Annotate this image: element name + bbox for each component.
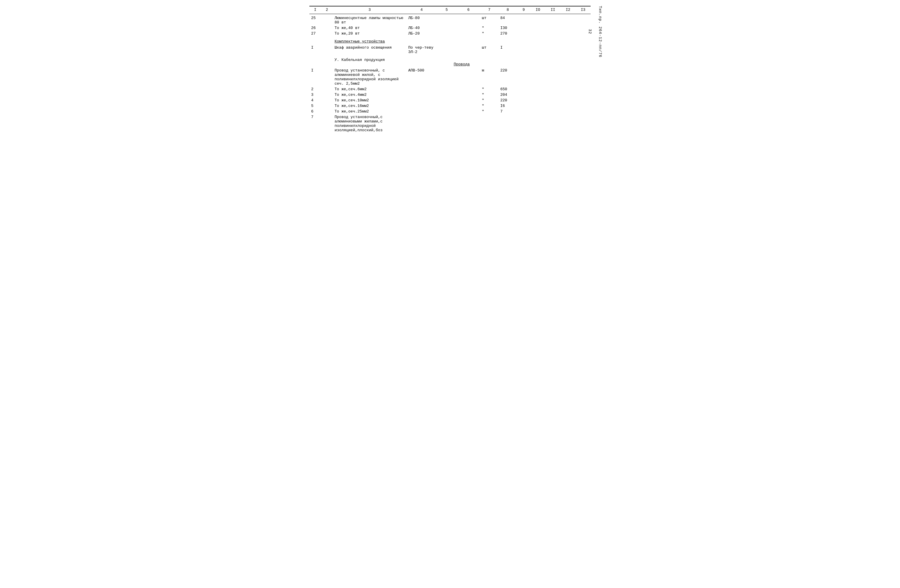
row-col11 xyxy=(546,92,560,98)
row-col12 xyxy=(560,87,576,92)
row-col10 xyxy=(530,25,545,31)
row-col9 xyxy=(517,114,531,133)
row-col5 xyxy=(436,103,457,109)
row-col6 xyxy=(457,14,480,25)
row-col6 xyxy=(457,45,480,55)
table-row: I Провод установочный, с алюминиевой жил… xyxy=(309,68,591,87)
row-col2 xyxy=(321,45,333,55)
row-col12 xyxy=(560,98,576,103)
row-col2 xyxy=(321,14,333,25)
table-row: 3 То же,сеч.4мм2 " 204 xyxy=(309,92,591,98)
row-col12 xyxy=(560,114,576,133)
row-desc: То же,сеч.4мм2 xyxy=(333,92,407,98)
row-col6 xyxy=(457,98,480,103)
header-col1: I xyxy=(309,6,321,14)
row-desc: То же,40 вт xyxy=(333,25,407,31)
row-desc: Провод установочный, с алюминиевой жилой… xyxy=(333,68,407,87)
row-desc: То же,оеч.25мм2 xyxy=(333,109,407,114)
row-num: 5 xyxy=(309,103,321,109)
row-qty xyxy=(499,114,517,133)
row-col2 xyxy=(321,103,333,109)
row-col11 xyxy=(546,68,560,87)
row-unit: " xyxy=(480,31,499,36)
row-qty: 650 xyxy=(499,87,517,92)
row-col13 xyxy=(576,98,591,103)
table-row: I Шкаф аварийного освещения По чер-теву … xyxy=(309,45,591,55)
row-col10 xyxy=(530,87,545,92)
table-row: 5 То же,сеч.16мм2 " I6 xyxy=(309,103,591,109)
row-col11 xyxy=(546,45,560,55)
row-col9 xyxy=(517,25,531,31)
row-qty: 270 xyxy=(499,31,517,36)
row-col6 xyxy=(457,25,480,31)
section-header-row: Комплектные устройства xyxy=(309,36,591,45)
table-row: 2 То же,сеч.6мм2 " 650 xyxy=(309,87,591,92)
row-col9 xyxy=(517,87,531,92)
table-row: 6 То же,оеч.25мм2 " 7 xyxy=(309,109,591,114)
row-col5 xyxy=(436,109,457,114)
row-unit: " xyxy=(480,25,499,31)
page-container: Тип.пр. 264-12-пп/76 32 I 2 3 4 5 xyxy=(309,6,591,133)
row-col5 xyxy=(436,14,457,25)
row-col6 xyxy=(457,103,480,109)
row-desc: То же,сеч.6мм2 xyxy=(333,87,407,92)
row-col5 xyxy=(436,68,457,87)
section-col2b xyxy=(321,55,333,68)
row-num: 7 xyxy=(309,114,321,133)
row-col10 xyxy=(530,31,545,36)
row-mark: ЛБ-40 xyxy=(407,25,436,31)
row-col13 xyxy=(576,87,591,92)
row-qty: I30 xyxy=(499,25,517,31)
row-unit xyxy=(480,114,499,133)
section-title2: У. Кабельная продукция xyxy=(335,58,589,62)
row-unit: " xyxy=(480,92,499,98)
row-mark xyxy=(407,103,436,109)
section-col2 xyxy=(321,36,333,45)
header-col10: IO xyxy=(530,6,545,14)
row-num: 3 xyxy=(309,92,321,98)
row-col2 xyxy=(321,68,333,87)
row-col11 xyxy=(546,109,560,114)
table-row: 7 Провод установочный,с алюминиовыми жил… xyxy=(309,114,591,133)
section-num xyxy=(309,36,321,45)
row-col9 xyxy=(517,109,531,114)
row-col10 xyxy=(530,103,545,109)
header-col6: 6 xyxy=(457,6,480,14)
row-unit: шт xyxy=(480,45,499,55)
row-col11 xyxy=(546,31,560,36)
row-col10 xyxy=(530,109,545,114)
row-qty: 220 xyxy=(499,98,517,103)
row-col12 xyxy=(560,25,576,31)
row-col2 xyxy=(321,87,333,92)
row-col5 xyxy=(436,25,457,31)
row-desc: То же,сеч.16мм2 xyxy=(333,103,407,109)
row-num: 2 xyxy=(309,87,321,92)
row-mark: ЛБ-20 xyxy=(407,31,436,36)
row-unit: шт xyxy=(480,14,499,25)
row-col6 xyxy=(457,109,480,114)
side-label-bottom: 32 xyxy=(588,29,592,34)
row-num: 26 xyxy=(309,25,321,31)
row-mark: ЛБ-80 xyxy=(407,14,436,25)
row-mark xyxy=(407,92,436,98)
row-unit: " xyxy=(480,87,499,92)
section-subtitle2: Провода xyxy=(335,62,589,67)
header-col2: 2 xyxy=(321,6,333,14)
row-num: 25 xyxy=(309,14,321,25)
row-qty: 84 xyxy=(499,14,517,25)
row-unit: м xyxy=(480,68,499,87)
row-desc: То же,20 вт xyxy=(333,31,407,36)
row-mark: АПВ-500 xyxy=(407,68,436,87)
row-col2 xyxy=(321,31,333,36)
row-qty: 7 xyxy=(499,109,517,114)
side-text: Тип.пр. 264-12-пп/76 32 xyxy=(588,6,602,57)
row-col9 xyxy=(517,14,531,25)
row-desc: Люминесцентные лампы мощностью 80 вт xyxy=(333,14,407,25)
row-mark xyxy=(407,109,436,114)
row-col11 xyxy=(546,114,560,133)
row-col10 xyxy=(530,14,545,25)
row-desc: Провод установочный,с алюминиовыми жилам… xyxy=(333,114,407,133)
row-col11 xyxy=(546,103,560,109)
row-col10 xyxy=(530,45,545,55)
row-col12 xyxy=(560,14,576,25)
